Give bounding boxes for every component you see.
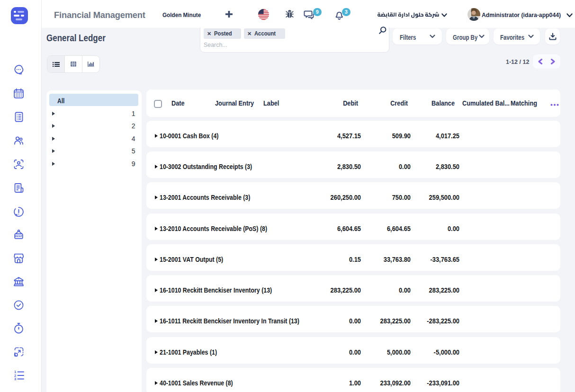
svg-text:RENT: RENT [15,235,23,238]
svg-text:3: 3 [14,377,16,381]
